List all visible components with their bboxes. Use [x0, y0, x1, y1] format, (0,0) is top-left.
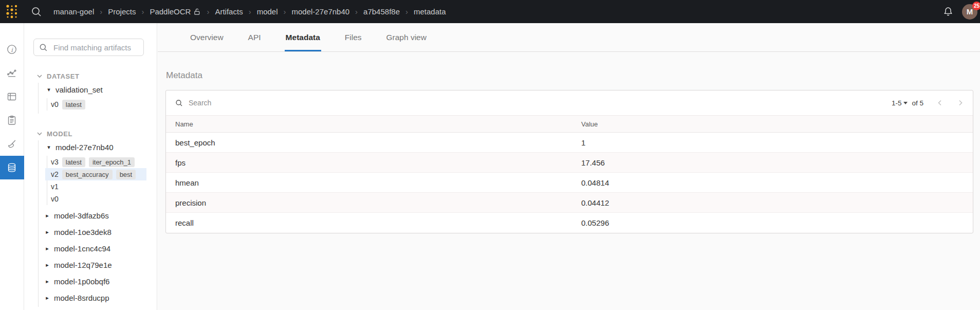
- breadcrumb: manan-goel › Projects › PaddleOCR › Arti…: [53, 7, 446, 16]
- breadcrumb-separator: ›: [141, 7, 144, 16]
- column-header-value: Value: [581, 120, 973, 128]
- version-row-v0[interactable]: v0 latest: [47, 98, 157, 111]
- breadcrumb-projects[interactable]: Projects: [108, 7, 136, 16]
- topbar-right: M 25: [942, 4, 980, 20]
- topbar: manan-goel › Projects › PaddleOCR › Arti…: [0, 0, 980, 23]
- table-icon: [6, 91, 17, 102]
- artifact-label: model-27e7nb40: [56, 143, 114, 152]
- page-range-dropdown[interactable]: 1-5: [892, 99, 908, 107]
- artifact-label: validation_set: [56, 85, 103, 94]
- unlock-icon: [193, 8, 201, 15]
- breadcrumb-separator: ›: [405, 7, 408, 16]
- page-title: Metadata: [166, 70, 980, 81]
- cell-value: 0.04412: [581, 198, 973, 207]
- table-search-input[interactable]: [188, 98, 342, 107]
- artifact-model-12q79e1e[interactable]: ▸ model-12q79e1e: [39, 257, 157, 273]
- rail-item-tables[interactable]: [0, 85, 24, 108]
- search-icon: [31, 6, 42, 17]
- breadcrumb-artifact-name[interactable]: model-27e7nb40: [292, 7, 350, 16]
- version-row-v3[interactable]: v3 latest iter_epoch_1: [47, 156, 157, 168]
- version-row-v1[interactable]: v1: [47, 180, 157, 193]
- wandb-logo[interactable]: [5, 3, 20, 20]
- version-row-v2-selected[interactable]: v2 best_accuracy best: [45, 168, 146, 180]
- caret-right-icon: ▸: [44, 262, 50, 268]
- table-row: hmean 0.04814: [166, 173, 973, 193]
- artifact-model-3dfazb6s[interactable]: ▸ model-3dfazb6s: [39, 207, 157, 224]
- breadcrumb-current-page[interactable]: metadata: [414, 7, 446, 16]
- artifact-label: model-1p0obqf6: [54, 277, 109, 286]
- breadcrumb-project[interactable]: PaddleOCR: [150, 7, 201, 16]
- search-icon: [175, 99, 183, 107]
- version-tag: latest: [62, 100, 85, 110]
- avatar[interactable]: M 25: [962, 4, 977, 20]
- tab-api[interactable]: API: [247, 23, 262, 51]
- cell-value: 17.456: [581, 158, 973, 167]
- tab-graph-view[interactable]: Graph view: [385, 23, 428, 51]
- cell-name: precision: [175, 198, 581, 207]
- cell-name: hmean: [175, 178, 581, 187]
- artifact-validation-set[interactable]: ▾ validation_set: [39, 83, 157, 96]
- breadcrumb-artifact-version[interactable]: a7b458f8e: [363, 7, 400, 16]
- artifact-model-27e7nb40[interactable]: ▾ model-27e7nb40: [39, 140, 157, 154]
- artifact-search-input[interactable]: [52, 43, 138, 52]
- table-body: best_epoch 1 fps 17.456 hmean 0.04814 pr…: [166, 133, 973, 233]
- rail-item-charts[interactable]: [0, 61, 24, 85]
- model-section-body: ▾ model-27e7nb40 v3 latest iter_epoch_1 …: [38, 140, 157, 307]
- next-page-button[interactable]: [956, 99, 965, 107]
- breadcrumb-artifact-type[interactable]: model: [257, 7, 278, 16]
- artifact-model-1oe3dek8[interactable]: ▸ model-1oe3dek8: [39, 224, 157, 240]
- tab-files[interactable]: Files: [344, 23, 363, 51]
- notification-count-badge: 25: [972, 2, 980, 10]
- table-row: precision 0.04412: [166, 193, 973, 213]
- topbar-search-button[interactable]: [31, 6, 42, 17]
- breadcrumb-entity[interactable]: manan-goel: [53, 7, 94, 16]
- caret-right-icon: ▸: [44, 245, 50, 252]
- rail-item-info[interactable]: i: [0, 38, 24, 61]
- rail-item-artifacts[interactable]: [0, 156, 24, 179]
- main-content: Overview API Metadata Files Graph view M…: [158, 23, 980, 310]
- breadcrumb-separator: ›: [284, 7, 286, 16]
- caret-right-icon: ▸: [44, 229, 50, 235]
- version-tag: latest: [62, 157, 85, 167]
- breadcrumb-separator: ›: [355, 7, 358, 16]
- artifact-model-1p0obqf6[interactable]: ▸ model-1p0obqf6: [39, 273, 157, 289]
- svg-text:i: i: [11, 47, 13, 53]
- breadcrumb-separator: ›: [249, 7, 251, 16]
- notes-clipboard-icon: [6, 115, 17, 126]
- sidebar-section-dataset[interactable]: DATASET: [36, 71, 157, 81]
- breadcrumb-artifacts[interactable]: Artifacts: [215, 7, 243, 16]
- artifact-model-8srducpp[interactable]: ▸ model-8srducpp: [39, 289, 157, 306]
- info-icon: i: [6, 44, 17, 55]
- chevron-down-icon: [36, 131, 43, 137]
- rail-item-sweeps[interactable]: [0, 132, 24, 156]
- caret-down-icon: ▾: [46, 86, 52, 93]
- version-tag: iter_epoch_1: [89, 157, 135, 167]
- version-id: v0: [51, 195, 59, 203]
- prev-page-button[interactable]: [936, 99, 944, 107]
- artifact-label: model-1oe3dek8: [54, 228, 112, 236]
- version-list: v3 latest iter_epoch_1 v2 best_accuracy …: [47, 156, 157, 205]
- table-row: best_epoch 1: [166, 133, 973, 153]
- tab-bar: Overview API Metadata Files Graph view: [158, 23, 980, 52]
- tab-metadata[interactable]: Metadata: [285, 23, 321, 51]
- avatar-initial: M: [967, 7, 973, 16]
- left-icon-rail: i: [0, 23, 24, 310]
- sidebar-section-model[interactable]: MODEL: [36, 129, 157, 138]
- artifact-label: model-8srducpp: [54, 294, 109, 302]
- version-row-v0[interactable]: v0: [47, 193, 157, 205]
- artifact-search-box: [33, 39, 144, 56]
- notifications-button[interactable]: [942, 6, 954, 18]
- version-id: v0: [51, 100, 59, 108]
- rail-item-notes[interactable]: [0, 108, 24, 132]
- version-id: v1: [51, 183, 59, 191]
- metadata-table-card: 1-5 of 5 Name Value best_epoch 1: [165, 90, 973, 233]
- caret-right-icon: ▸: [44, 212, 50, 219]
- artifact-model-1cnc4c94[interactable]: ▸ model-1cnc4c94: [39, 240, 157, 257]
- section-label: DATASET: [47, 72, 80, 80]
- version-id: v2: [51, 170, 59, 178]
- artifact-label: model-1cnc4c94: [54, 244, 110, 253]
- tab-overview[interactable]: Overview: [189, 23, 225, 51]
- caret-right-icon: ▸: [44, 295, 50, 301]
- cell-name: fps: [175, 158, 581, 167]
- pagination: 1-5 of 5: [892, 99, 965, 107]
